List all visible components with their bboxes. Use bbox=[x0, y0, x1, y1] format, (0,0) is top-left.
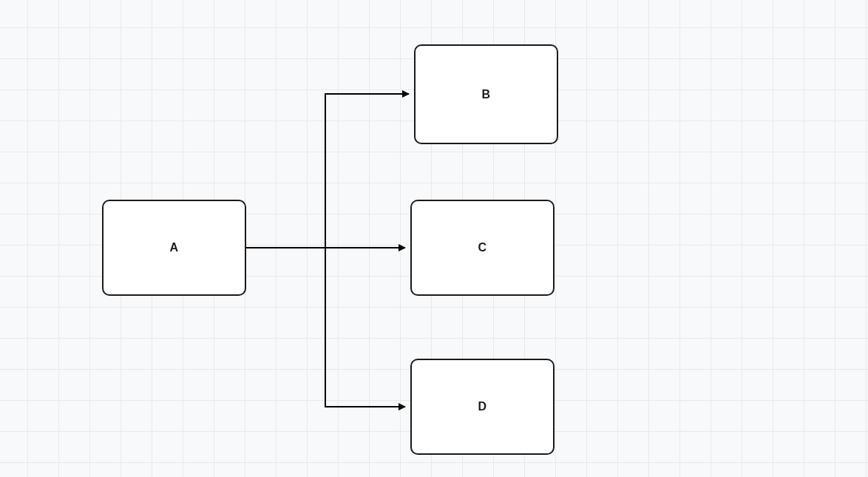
node-d[interactable]: D bbox=[410, 359, 555, 455]
node-a-label: A bbox=[169, 241, 178, 254]
diagram-canvas[interactable]: A B C D bbox=[0, 0, 868, 477]
node-a[interactable]: A bbox=[102, 200, 246, 296]
node-c[interactable]: C bbox=[410, 200, 555, 296]
edge-a-to-b bbox=[246, 94, 409, 248]
node-d-label: D bbox=[478, 400, 486, 413]
node-b[interactable]: B bbox=[414, 44, 558, 144]
node-c-label: C bbox=[478, 241, 486, 254]
node-b-label: B bbox=[481, 88, 490, 101]
edge-a-to-d bbox=[246, 248, 405, 407]
